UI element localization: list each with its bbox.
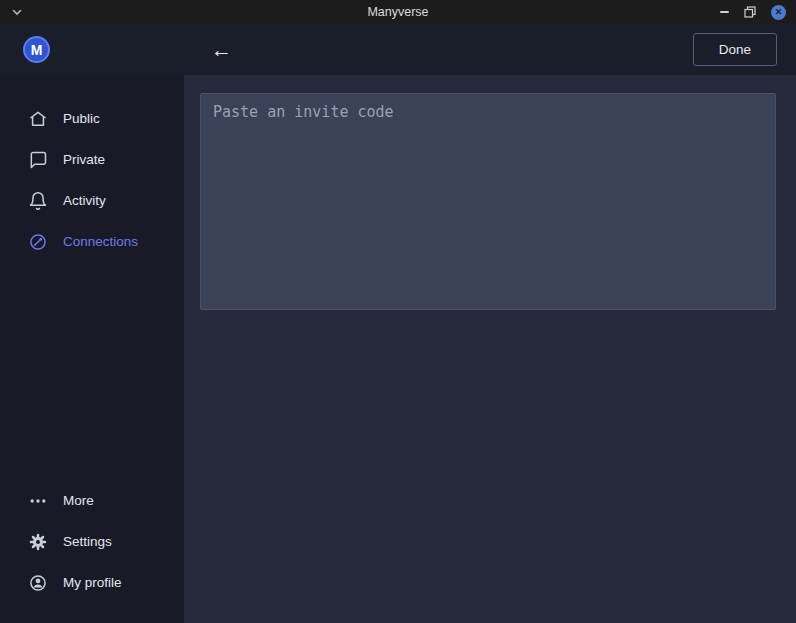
- minimize-button[interactable]: [720, 11, 729, 13]
- window-menu-chevron-icon[interactable]: [12, 9, 22, 16]
- sidebar-item-label: Settings: [63, 534, 112, 549]
- sidebar-item-public[interactable]: Public: [0, 98, 184, 139]
- connections-icon: [28, 232, 48, 252]
- private-icon: [28, 150, 48, 170]
- back-button[interactable]: ←: [211, 39, 232, 60]
- sidebar-spacer: [0, 262, 184, 480]
- sidebar-item-more[interactable]: More: [0, 480, 184, 521]
- sidebar-item-private[interactable]: Private: [0, 139, 184, 180]
- sidebar-item-label: More: [63, 493, 94, 508]
- titlebar: Manyverse ✕: [0, 0, 796, 24]
- invite-code-input[interactable]: [200, 93, 776, 310]
- manyverse-logo-icon: M: [23, 36, 50, 63]
- sidebar-item-label: Activity: [63, 193, 106, 208]
- sidebar-item-label: Connections: [63, 234, 138, 249]
- sidebar-item-label: Private: [63, 152, 105, 167]
- sidebar-item-connections[interactable]: Connections: [0, 221, 184, 262]
- main-panel: [184, 75, 796, 623]
- close-button[interactable]: ✕: [771, 5, 786, 20]
- sidebar-item-my-profile[interactable]: My profile: [0, 562, 184, 603]
- minimize-icon: [720, 11, 729, 13]
- settings-icon: [28, 532, 48, 552]
- window-title: Manyverse: [0, 5, 796, 19]
- more-icon: [28, 491, 48, 511]
- sidebar-item-label: Public: [63, 111, 100, 126]
- sidebar-item-label: My profile: [63, 575, 122, 590]
- restore-icon: [744, 6, 756, 18]
- header-logo-area: M: [0, 36, 184, 63]
- sidebar-item-settings[interactable]: Settings: [0, 521, 184, 562]
- app-header: M ← Done: [0, 24, 796, 75]
- restore-button[interactable]: [744, 6, 756, 18]
- sidebar: Public Private Activity Connections: [0, 75, 184, 623]
- public-icon: [28, 109, 48, 129]
- activity-icon: [28, 191, 48, 211]
- profile-icon: [28, 573, 48, 593]
- sidebar-item-activity[interactable]: Activity: [0, 180, 184, 221]
- done-button[interactable]: Done: [693, 33, 777, 66]
- content-area: Public Private Activity Connections: [0, 75, 796, 623]
